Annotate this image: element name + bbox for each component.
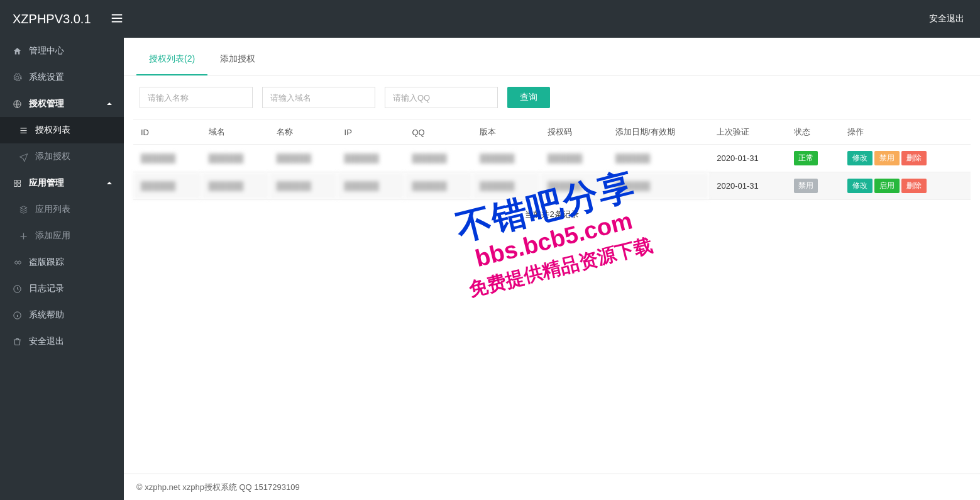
sidebar-item-auth-mgmt[interactable]: 授权管理 [0, 91, 124, 117]
home-icon [11, 45, 23, 57]
cell-hidden: ██████ [337, 172, 405, 200]
sidebar-item-settings[interactable]: 系统设置 [0, 64, 124, 91]
th-last: 上次验证 [709, 120, 786, 145]
plus-icon [18, 230, 29, 242]
clock-icon [11, 283, 23, 294]
brand-title: XZPHPV3.0.1 [13, 12, 91, 26]
sidebar-item-dashboard[interactable]: 管理中心 [0, 38, 124, 64]
sidebar-item-app-mgmt[interactable]: 应用管理 [0, 170, 124, 196]
info-icon [11, 309, 23, 321]
sidebar-item-label: 日志记录 [29, 283, 64, 294]
cell-hidden: ██████ [201, 172, 269, 200]
stack-icon [18, 204, 29, 215]
query-button[interactable]: 查询 [507, 87, 550, 108]
th-domain: 域名 [201, 120, 269, 145]
status-badge: 禁用 [794, 179, 818, 193]
cell-hidden: ██████ [608, 145, 709, 172]
sidebar-item-label: 系统帮助 [29, 309, 64, 321]
tab-add-auth[interactable]: 添加授权 [207, 44, 268, 75]
sidebar-item-label: 授权管理 [29, 98, 64, 109]
th-date: 添加日期/有效期 [608, 120, 709, 145]
domain-input[interactable] [262, 87, 375, 108]
th-action: 操作 [840, 120, 971, 145]
logout-link[interactable]: 安全退出 [929, 13, 964, 25]
cell-hidden: ██████ [540, 172, 608, 200]
sidebar-item-label: 应用列表 [35, 204, 70, 215]
header: XZPHPV3.0.1 安全退出 [0, 0, 980, 38]
sidebar-item-piracy[interactable]: 盗版跟踪 [0, 249, 124, 275]
sidebar-item-exit[interactable]: 安全退出 [0, 328, 124, 355]
cell-hidden: ██████ [404, 172, 472, 200]
sidebar-item-label: 安全退出 [29, 336, 64, 347]
cell-actions: 修改禁用删除 [840, 145, 971, 172]
cell-last-verify: 2020-01-31 [709, 172, 786, 200]
tab-auth-list[interactable]: 授权列表(2) [136, 44, 207, 75]
table-row: ████████████████████████████████████████… [133, 172, 971, 200]
send-icon [18, 151, 29, 162]
sidebar-item-label: 添加授权 [35, 151, 70, 162]
sidebar-item-auth-list[interactable]: 授权列表 [0, 117, 124, 143]
menu-toggle-button[interactable] [110, 11, 124, 27]
sidebar-item-label: 添加应用 [35, 230, 70, 242]
cell-actions: 修改启用删除 [840, 172, 971, 200]
footer: © xzphp.net xzphp授权系统 QQ 1517293109 [124, 474, 980, 500]
cell-hidden: ██████ [133, 172, 201, 200]
cell-hidden: ██████ [540, 145, 608, 172]
sidebar-item-add-app[interactable]: 添加应用 [0, 223, 124, 249]
cell-hidden: ██████ [608, 172, 709, 200]
delete-button[interactable]: 删除 [901, 179, 927, 193]
cell-hidden: ██████ [269, 172, 337, 200]
qq-input[interactable] [385, 87, 498, 108]
name-input[interactable] [140, 87, 253, 108]
infinity-icon [11, 257, 23, 268]
sidebar: 管理中心 系统设置 授权管理 授权列表 添加授权 应用管理 应用列表 [0, 38, 124, 500]
sidebar-item-add-auth[interactable]: 添加授权 [0, 143, 124, 170]
list-icon [18, 125, 29, 136]
cell-hidden: ██████ [201, 145, 269, 172]
cell-status: 禁用 [786, 172, 839, 200]
sidebar-item-label: 系统设置 [29, 72, 64, 83]
watermark-line3: 免费提供精品资源下载 [466, 233, 656, 303]
sidebar-item-label: 盗版跟踪 [29, 257, 64, 268]
hamburger-icon [110, 11, 124, 25]
sidebar-item-logs[interactable]: 日志记录 [0, 275, 124, 302]
th-qq: QQ [404, 120, 472, 145]
status-badge: 正常 [794, 151, 818, 165]
sidebar-item-help[interactable]: 系统帮助 [0, 302, 124, 328]
table-footer: 当前共2条记录 [124, 200, 980, 229]
th-authcode: 授权码 [540, 120, 608, 145]
cell-hidden: ██████ [337, 145, 405, 172]
cell-last-verify: 2020-01-31 [709, 145, 786, 172]
th-version: 版本 [472, 120, 540, 145]
table-row: ████████████████████████████████████████… [133, 145, 971, 172]
th-id: ID [133, 120, 201, 145]
toggle-button[interactable]: 启用 [874, 179, 900, 193]
globe-icon [11, 98, 23, 109]
gear-icon [11, 72, 23, 83]
th-ip: IP [337, 120, 405, 145]
toggle-button[interactable]: 禁用 [874, 151, 900, 165]
sidebar-item-label: 授权列表 [35, 125, 70, 136]
cell-hidden: ██████ [133, 145, 201, 172]
cell-status: 正常 [786, 145, 839, 172]
cell-hidden: ██████ [269, 145, 337, 172]
search-bar: 查询 [124, 75, 980, 119]
cell-hidden: ██████ [472, 172, 540, 200]
sidebar-item-label: 管理中心 [29, 45, 64, 57]
delete-button[interactable]: 删除 [901, 151, 927, 165]
edit-button[interactable]: 修改 [847, 151, 873, 165]
caret-up-icon [106, 178, 113, 188]
th-status: 状态 [786, 120, 839, 145]
cell-hidden: ██████ [472, 145, 540, 172]
trash-icon [11, 336, 23, 347]
grid-icon [11, 177, 23, 189]
caret-up-icon [106, 99, 113, 109]
sidebar-item-app-list[interactable]: 应用列表 [0, 196, 124, 223]
edit-button[interactable]: 修改 [847, 179, 873, 193]
tabs: 授权列表(2) 添加授权 [124, 44, 980, 75]
auth-table: ID 域名 名称 IP QQ 版本 授权码 添加日期/有效期 上次验证 状态 操… [133, 119, 971, 200]
sidebar-item-label: 应用管理 [29, 177, 64, 189]
cell-hidden: ██████ [404, 145, 472, 172]
th-name: 名称 [269, 120, 337, 145]
